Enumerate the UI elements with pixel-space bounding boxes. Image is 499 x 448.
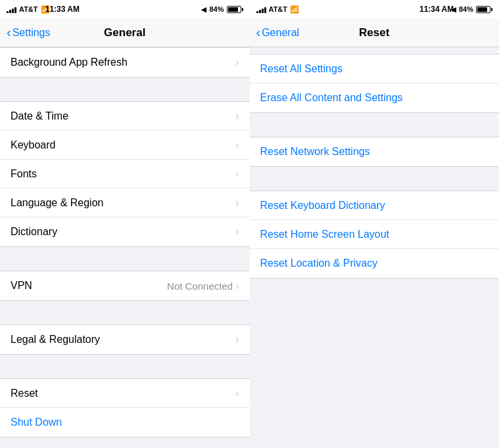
- nav-title-left: General: [104, 26, 145, 39]
- status-left: AT&T 📶: [7, 5, 50, 14]
- item-label: Keyboard: [11, 139, 56, 151]
- list-item[interactable]: Date & Time ›: [0, 102, 250, 131]
- chevron-icon: ›: [235, 226, 239, 238]
- status-bar-right: AT&T 📶 11:34 AM ◀ 84%: [250, 0, 500, 18]
- item-label: Reset Home Screen Layout: [260, 229, 390, 240]
- bottom-gap: [250, 279, 500, 410]
- chevron-icon: ›: [235, 334, 239, 346]
- back-chevron-icon: ‹: [256, 26, 261, 39]
- item-label: Background App Refresh: [11, 56, 128, 68]
- list-item-reset-all-settings[interactable]: Reset All Settings: [250, 55, 500, 83]
- status-left-right: AT&T 📶: [256, 5, 300, 14]
- bottom-gap: [0, 437, 250, 448]
- section-gap: [250, 113, 500, 137]
- section-datetime: Date & Time › Keyboard › Fonts › Languag…: [0, 101, 250, 247]
- back-label-right: General: [262, 27, 299, 39]
- chevron-icon: ›: [235, 388, 239, 399]
- section-network: Reset Network Settings: [250, 137, 500, 167]
- list-item[interactable]: Keyboard ›: [0, 131, 250, 160]
- wifi-icon: 📶: [290, 5, 299, 14]
- time-label-right: 11:34 AM: [419, 5, 454, 14]
- list-item-vpn[interactable]: VPN Not Connected ›: [0, 271, 250, 300]
- back-button-left[interactable]: ‹ Settings: [7, 26, 50, 39]
- battery-percent: 84%: [459, 5, 473, 13]
- item-label: Reset: [11, 388, 38, 399]
- battery-icon: [227, 6, 243, 13]
- section-legal: Legal & Regulatory ›: [0, 325, 250, 355]
- item-label: Fonts: [11, 168, 37, 180]
- item-label: Reset All Settings: [260, 63, 343, 75]
- item-label: Reset Network Settings: [260, 146, 370, 158]
- item-label: Legal & Regulatory: [11, 334, 100, 346]
- battery-icon: [476, 6, 492, 13]
- list-item-dictionary[interactable]: Dictionary ›: [0, 217, 250, 246]
- carrier-label: AT&T: [19, 5, 38, 13]
- item-label: VPN: [11, 280, 32, 292]
- section-vpn: VPN Not Connected ›: [0, 271, 250, 301]
- carrier-label: AT&T: [269, 5, 288, 13]
- chevron-icon: ›: [235, 168, 239, 180]
- item-label: Erase All Content and Settings: [260, 92, 403, 104]
- nav-title-right: Reset: [359, 26, 389, 39]
- signal-icon: [256, 6, 266, 13]
- item-label: Date & Time: [11, 110, 68, 122]
- list-item[interactable]: Fonts ›: [0, 160, 250, 189]
- time-label: 11:33 AM: [45, 5, 80, 14]
- list-item[interactable]: Language & Region ›: [0, 189, 250, 217]
- section-gap: [0, 301, 250, 325]
- item-label: Dictionary: [11, 226, 57, 238]
- list-item-reset-home-screen[interactable]: Reset Home Screen Layout: [250, 220, 500, 249]
- section-gap: [0, 78, 250, 101]
- location-icon: ◀: [201, 6, 206, 13]
- vpn-status: Not Connected: [167, 280, 233, 292]
- chevron-icon: ›: [235, 139, 239, 151]
- back-button-right[interactable]: ‹ General: [256, 26, 300, 39]
- status-right: ◀ 84%: [201, 5, 243, 13]
- chevron-icon: ›: [235, 197, 239, 209]
- top-gap: [250, 47, 500, 54]
- list-item-erase-all[interactable]: Erase All Content and Settings: [250, 83, 500, 112]
- item-label: Reset Location & Privacy: [260, 258, 378, 269]
- section-gap: [0, 247, 250, 271]
- left-content: Background App Refresh › Date & Time › K…: [0, 47, 250, 448]
- list-item-reset-keyboard[interactable]: Reset Keyboard Dictionary: [250, 191, 500, 220]
- section-keyboard: Reset Keyboard Dictionary Reset Home Scr…: [250, 190, 500, 279]
- back-chevron-icon: ‹: [7, 26, 11, 39]
- list-item-reset[interactable]: Reset ›: [0, 379, 250, 408]
- list-item-reset-location[interactable]: Reset Location & Privacy: [250, 249, 500, 278]
- signal-icon: [7, 6, 16, 13]
- battery-percent: 84%: [209, 5, 224, 13]
- item-label: Shut Down: [11, 416, 62, 428]
- status-bar-left: AT&T 📶 11:33 AM ◀ 84%: [0, 0, 250, 18]
- nav-bar-right: ‹ General Reset: [250, 18, 500, 47]
- item-label: Reset Keyboard Dictionary: [260, 200, 385, 212]
- section-gap: [250, 167, 500, 190]
- nav-bar-left: ‹ Settings General: [0, 18, 250, 47]
- section-reset: Reset › Shut Down: [0, 378, 250, 437]
- section-gap: [0, 355, 250, 378]
- right-panel: AT&T 📶 11:34 AM ◀ 84% ‹ General Reset: [250, 0, 500, 448]
- back-label-left: Settings: [12, 27, 51, 39]
- section-background: Background App Refresh ›: [0, 47, 250, 78]
- status-right-right: ◀ 84%: [451, 5, 492, 13]
- chevron-icon: ›: [235, 280, 239, 292]
- list-item-legal[interactable]: Legal & Regulatory ›: [0, 325, 250, 354]
- chevron-icon: ›: [235, 110, 239, 122]
- vpn-value: Not Connected ›: [167, 280, 239, 292]
- section-reset-all: Reset All Settings Erase All Content and…: [250, 54, 500, 113]
- list-item[interactable]: Background App Refresh ›: [0, 48, 250, 77]
- left-panel: AT&T 📶 11:33 AM ◀ 84% ‹ Settings General: [0, 0, 250, 448]
- list-item-reset-network[interactable]: Reset Network Settings: [250, 137, 500, 166]
- right-content: Reset All Settings Erase All Content and…: [250, 47, 500, 448]
- list-item-shutdown[interactable]: Shut Down: [0, 408, 250, 437]
- chevron-icon: ›: [235, 56, 239, 68]
- item-label: Language & Region: [11, 197, 103, 209]
